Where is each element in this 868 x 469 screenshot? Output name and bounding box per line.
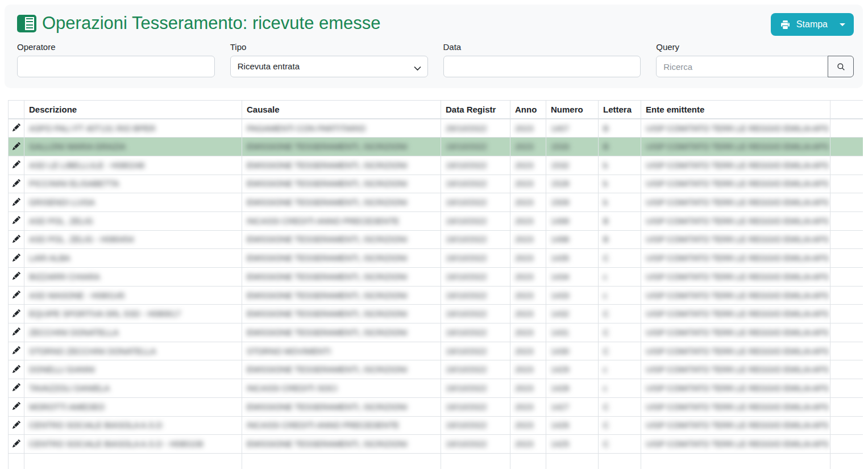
- cell-descrizione: ASD MASONE - H080145: [24, 286, 242, 305]
- edit-pencil-button[interactable]: [9, 249, 24, 268]
- cell-empty: [9, 453, 24, 469]
- tipo-select[interactable]: Ricevuta entrata: [230, 56, 428, 77]
- cell-causale: PAGAMENTI CON PARTITARIO: [242, 119, 441, 138]
- cell-numero: 1426: [546, 416, 599, 435]
- data-label: Data: [443, 42, 641, 52]
- cell-causale: EMISSIONE TESSERAMENTI, ISCRIZIONI: [242, 360, 441, 379]
- cell-descrizione: CENTRO SOCIALE BIASOLA A.S.D: [24, 416, 242, 435]
- cell-ente-emittente: UISP COMITATO TERR.LE REGGIO EMILIA APS: [641, 416, 830, 435]
- table-row: MOROTTI AMEDEOEMISSIONE TESSERAMENTI, IS…: [9, 397, 863, 416]
- cell-numero: 1532: [546, 156, 599, 175]
- cell-anno: 2023: [510, 175, 546, 193]
- cell-ente-emittente: UISP COMITATO TERR.LE REGGIO EMILIA APS: [641, 323, 830, 342]
- cell-anno: 2023: [510, 119, 546, 138]
- cell-data-registr: 19/10/2022: [441, 230, 510, 249]
- edit-pencil-button[interactable]: [9, 397, 24, 416]
- cell-lettera: c: [599, 286, 641, 305]
- cell-causale: EMISSIONE TESSERAMENTI, ISCRIZIONI: [242, 435, 441, 454]
- cell-empty: [830, 138, 863, 156]
- edit-pencil-button[interactable]: [9, 230, 24, 249]
- query-label: Query: [656, 42, 854, 52]
- search-button[interactable]: [828, 56, 854, 77]
- printer-icon: [780, 20, 790, 30]
- cell-causale: EMISSIONE TESSERAMENTI, ISCRIZIONI: [242, 230, 441, 249]
- cell-empty: [830, 249, 863, 268]
- pencil-icon: [13, 365, 20, 373]
- cell-descrizione: EQUIPE SPORTIVA SRL SSD - H080617: [24, 305, 242, 323]
- cell-empty: [441, 453, 510, 469]
- cell-causale: EMISSIONE TESSERAMENTI, ISCRIZIONI: [242, 323, 441, 342]
- edit-pencil-button[interactable]: [9, 323, 24, 342]
- query-input[interactable]: [656, 56, 828, 77]
- cell-descrizione: CENTRO SOCIALE BIASOLA A.S.D - H080108: [24, 435, 242, 454]
- edit-pencil-button[interactable]: [9, 268, 24, 287]
- cell-lettera: C: [599, 323, 641, 342]
- cell-empty: [830, 342, 863, 360]
- cell-anno: 2023: [510, 268, 546, 287]
- cell-ente-emittente: UISP COMITATO TERR.LE REGGIO EMILIA APS: [641, 175, 830, 193]
- edit-pencil-button[interactable]: [9, 416, 24, 435]
- edit-pencil-button[interactable]: [9, 435, 24, 454]
- cell-ente-emittente: UISP COMITATO TERR.LE REGGIO EMILIA APS: [641, 230, 830, 249]
- cell-data-registr: 19/10/2022: [441, 138, 510, 156]
- field-operatore: Operatore: [17, 42, 215, 77]
- cell-causale: INCASSI CREDITI SOCI: [242, 379, 441, 398]
- cell-anno: 2023: [510, 156, 546, 175]
- cell-empty: [830, 286, 863, 305]
- receipts-table: Descrizione Causale Data Registr Anno Nu…: [8, 100, 863, 469]
- edit-pencil-button[interactable]: [9, 286, 24, 305]
- edit-pencil-button[interactable]: [9, 211, 24, 230]
- cell-numero: 1528: [546, 175, 599, 193]
- cell-causale: EMISSIONE TESSERAMENTI, ISCRIZIONI: [242, 397, 441, 416]
- cell-lettera: B: [599, 211, 641, 230]
- cell-causale: STORNO MOVIMENTI: [242, 342, 441, 360]
- cell-lettera: b: [599, 175, 641, 193]
- edit-pencil-button[interactable]: [9, 379, 24, 398]
- cell-descrizione: LARI ALBA: [24, 249, 242, 268]
- cell-descrizione: ASD POL. ZELIG: [24, 211, 242, 230]
- cell-empty: [546, 453, 599, 469]
- cell-anno: 2023: [510, 286, 546, 305]
- edit-pencil-button[interactable]: [9, 156, 24, 175]
- col-data-registr: Data Registr: [441, 101, 510, 119]
- data-input[interactable]: [443, 56, 641, 77]
- print-button[interactable]: Stampa: [771, 13, 854, 36]
- operatore-input[interactable]: [17, 56, 215, 77]
- cell-lettera: C: [599, 305, 641, 323]
- cell-descrizione: GRISENDI LUISA: [24, 193, 242, 212]
- pencil-icon: [13, 142, 20, 150]
- cell-descrizione: ZECCHINI DONATELLA: [24, 323, 242, 342]
- table-row: ZECCHINI DONATELLAEMISSIONE TESSERAMENTI…: [9, 323, 863, 342]
- edit-pencil-button[interactable]: [9, 138, 24, 156]
- cell-empty: [830, 119, 863, 138]
- col-lettera: Lettera: [599, 101, 641, 119]
- cell-causale: EMISSIONE TESSERAMENTI, ISCRIZIONI: [242, 156, 441, 175]
- edit-pencil-button[interactable]: [9, 193, 24, 212]
- edit-pencil-button[interactable]: [9, 305, 24, 323]
- cell-lettera: B: [599, 119, 641, 138]
- cell-lettera: c: [599, 379, 641, 398]
- tipo-label: Tipo: [230, 42, 428, 52]
- table-row: EQUIPE SPORTIVA SRL SSD - H080617EMISSIO…: [9, 305, 863, 323]
- cell-data-registr: 19/10/2022: [441, 435, 510, 454]
- edit-pencil-button[interactable]: [9, 119, 24, 138]
- cell-numero: 1499: [546, 211, 599, 230]
- cell-data-registr: 19/10/2022: [441, 193, 510, 212]
- cell-numero: 1432: [546, 305, 599, 323]
- cell-numero: 1427: [546, 397, 599, 416]
- edit-pencil-button[interactable]: [9, 175, 24, 193]
- filter-panel: Operazioni Tesseramento: ricevute emesse…: [5, 5, 863, 88]
- col-numero: Numero: [546, 101, 599, 119]
- cell-empty: [641, 453, 830, 469]
- cell-empty: [830, 435, 863, 454]
- cell-data-registr: 19/10/2022: [441, 379, 510, 398]
- pencil-icon: [13, 272, 20, 280]
- edit-pencil-button[interactable]: [9, 360, 24, 379]
- table-header-row: Descrizione Causale Data Registr Anno Nu…: [9, 101, 863, 119]
- cell-lettera: B: [599, 230, 641, 249]
- cell-data-registr: 19/10/2022: [441, 360, 510, 379]
- edit-pencil-button[interactable]: [9, 342, 24, 360]
- cell-empty: [830, 268, 863, 287]
- cell-anno: 2023: [510, 379, 546, 398]
- cell-empty: [830, 175, 863, 193]
